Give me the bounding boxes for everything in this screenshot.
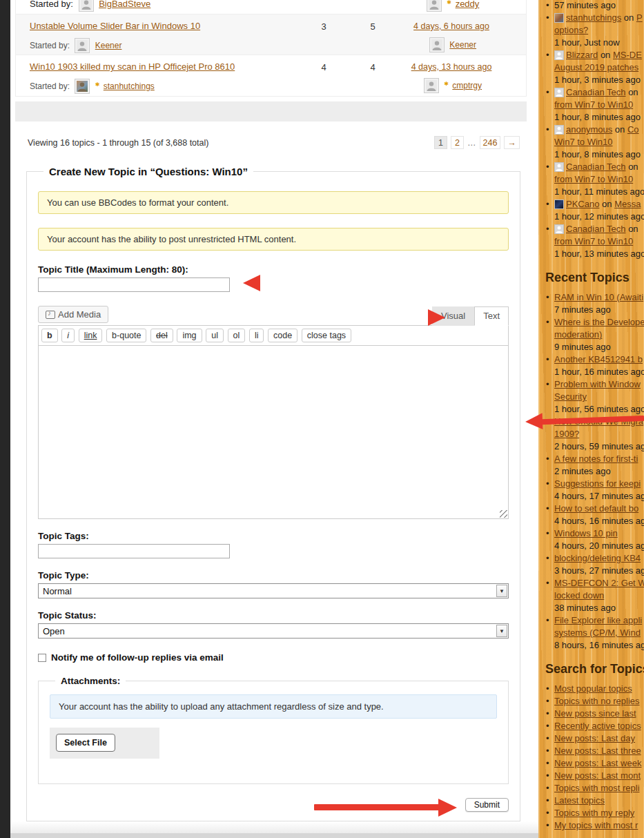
topic-status-label: Topic Status: <box>38 610 509 621</box>
recent-topic-link[interactable]: File Explorer like appli <box>554 615 642 625</box>
topic-body-textarea[interactable] <box>39 346 508 518</box>
media-icon <box>46 311 55 319</box>
replies-count: 4 <box>359 62 387 72</box>
reply-topic-link[interactable]: Messa <box>614 199 641 209</box>
reply-topic-link[interactable]: Win7 to Win10 <box>554 137 613 147</box>
freshness-link[interactable]: 4 days, 13 hours ago <box>389 62 514 72</box>
create-topic-form: Create New Topic in “Questions: Win10” Y… <box>26 166 520 821</box>
page-number-link[interactable]: 246 <box>480 136 501 149</box>
reply-topic-link[interactable]: from Win7 to Win10 <box>554 99 633 110</box>
reply-topic-link[interactable]: August 2019 patches <box>554 62 638 72</box>
reply-user-link[interactable]: Canadian Tech <box>566 162 626 172</box>
list-item: MS-DEFCON 2: Get Wlocked down38 minutes … <box>545 577 644 614</box>
freshness-link[interactable]: 4 days, 6 hours ago <box>389 21 514 31</box>
code-button[interactable]: code <box>268 329 297 342</box>
list-item: Where is the Developemoderation)9 minute… <box>545 316 644 353</box>
reply-topic-link[interactable]: Co <box>627 124 639 135</box>
reply-user-link[interactable]: anonymous <box>566 124 612 135</box>
topic-title-input[interactable] <box>38 277 230 292</box>
reply-topic-link[interactable]: from Win7 to Win10 <box>554 236 633 246</box>
ul-button[interactable]: ul <box>206 329 224 342</box>
recent-topic-link[interactable]: MS-DEFCON 2: Get W <box>554 578 644 588</box>
last-poster-link[interactable]: cmptrgy <box>452 81 482 90</box>
page-number-link[interactable]: 2 <box>451 136 464 149</box>
recent-topic-link[interactable]: Suggestions for keepi <box>554 478 641 489</box>
search-link[interactable]: Topics with most repli <box>554 783 640 793</box>
next-page-arrow[interactable]: → <box>504 136 520 149</box>
del-button[interactable]: del <box>150 329 173 342</box>
recent-topic-link[interactable]: Problem with Window <box>554 379 641 389</box>
img-button[interactable]: img <box>177 329 202 342</box>
search-link[interactable]: My topics with most r <box>554 820 638 830</box>
recent-topic-link[interactable]: Windows 10 pin <box>554 528 618 538</box>
search-link[interactable]: Topics with no replies <box>554 696 640 706</box>
reply-user-link[interactable]: Canadian Tech <box>566 87 626 97</box>
reply-user-link[interactable]: Blizzard <box>566 50 598 60</box>
search-topics-heading: Search for Topics <box>545 663 644 675</box>
add-media-button[interactable]: Add Media <box>38 306 108 323</box>
search-link[interactable]: Latest topics <box>554 795 605 806</box>
topic-starter-link[interactable]: BigBadSteve <box>99 0 150 9</box>
avatar <box>427 0 442 12</box>
avatar <box>554 50 564 60</box>
reply-user-link[interactable]: PKCano <box>566 199 599 209</box>
italic-button[interactable]: i <box>61 329 75 342</box>
search-link[interactable]: Recently active topics <box>554 721 641 731</box>
chevron-down-icon[interactable]: ▼ <box>496 585 507 597</box>
submit-button[interactable]: Submit <box>465 798 509 812</box>
reply-user-link[interactable]: stanhutchings <box>566 12 621 23</box>
blockquote-button[interactable]: b-quote <box>106 329 146 342</box>
recent-topic-link[interactable]: Where is the Develope <box>554 317 644 327</box>
recent-topic-link[interactable]: Another KB4512941 b <box>554 354 643 364</box>
reply-topic-link[interactable]: options? <box>554 25 588 35</box>
notify-checkbox[interactable] <box>38 654 46 662</box>
recent-topic-link[interactable]: How to set default bo <box>554 503 638 514</box>
recent-topic-link[interactable]: blocking/deleting KB4 <box>554 553 641 563</box>
tab-text[interactable]: Text <box>474 306 509 326</box>
chevron-down-icon[interactable]: ▼ <box>496 625 507 637</box>
topic-type-select[interactable]: Normal ▼ <box>38 583 509 598</box>
ol-button[interactable]: ol <box>228 329 246 342</box>
bold-button[interactable]: b <box>41 329 58 342</box>
li-button[interactable]: li <box>249 329 264 342</box>
recent-topic-link[interactable]: RAM in Win 10 (Awaiti <box>554 292 643 302</box>
close-tags-button[interactable]: close tags <box>302 329 351 342</box>
search-link[interactable]: New posts: Last mont <box>554 770 641 781</box>
list-item: New posts: Last mont <box>545 770 644 782</box>
topic-title-link[interactable]: Win10 1903 killed my scan in HP Officeje… <box>30 61 235 72</box>
last-poster-link[interactable]: zeddy <box>456 0 480 9</box>
avatar <box>554 88 564 97</box>
last-poster-link[interactable]: Keener <box>449 40 476 50</box>
search-link[interactable]: New posts: Last week <box>554 758 641 768</box>
topic-starter-link[interactable]: stanhutchings <box>104 81 155 91</box>
list-item: Canadian Tech on from Win7 to Win10 1 ho… <box>545 223 644 260</box>
reply-user-link[interactable]: Canadian Tech <box>566 224 626 234</box>
reply-topic-link[interactable]: P <box>636 12 643 23</box>
resize-grip[interactable] <box>500 510 507 518</box>
footer-fade <box>10 821 538 833</box>
topic-title-link[interactable]: Unstable Volume Slider Bar in Windows 10 <box>30 21 200 31</box>
topic-status-select[interactable]: Open ▼ <box>38 623 509 639</box>
main-content: Started by: BigBadSteve ✱ zeddy Unstable… <box>10 0 538 838</box>
topic-count-summary: Viewing 16 topics - 1 through 15 (of 3,6… <box>28 138 208 148</box>
search-link[interactable]: New posts since last <box>554 708 636 719</box>
list-item: New posts: Last three <box>545 745 644 757</box>
list-item: Another KB4512941 b1 hour, 16 minutes ag… <box>545 353 644 378</box>
topic-tags-input[interactable] <box>38 544 230 558</box>
select-file-button[interactable]: Select File <box>56 734 115 752</box>
link-button[interactable]: link <box>79 329 103 342</box>
search-link[interactable]: Topics with my reply <box>554 808 634 818</box>
reply-topic-link[interactable]: MS-DE <box>613 50 642 60</box>
search-link[interactable]: Most popular topics <box>554 683 632 694</box>
list-item: stanhutchings on P options? 1 hour, Just… <box>545 12 644 49</box>
search-link[interactable]: New posts: Last day <box>554 733 635 743</box>
list-item: File Explorer like applisystems (CP/M, W… <box>545 614 644 652</box>
search-link[interactable]: New posts: Last three <box>554 746 641 756</box>
recent-topic-link[interactable]: A few notes for first-ti <box>554 454 638 464</box>
bbcode-notice: You can use BBCodes to format your conte… <box>38 191 509 214</box>
reply-topic-link[interactable]: from Win7 to Win10 <box>554 174 633 184</box>
mvp-star-icon: ✱ <box>95 81 100 88</box>
notify-label: Notify me of follow-up replies via email <box>51 652 224 663</box>
topic-starter-link[interactable]: Keener <box>95 41 122 50</box>
list-item: New posts: Last week <box>545 757 644 770</box>
